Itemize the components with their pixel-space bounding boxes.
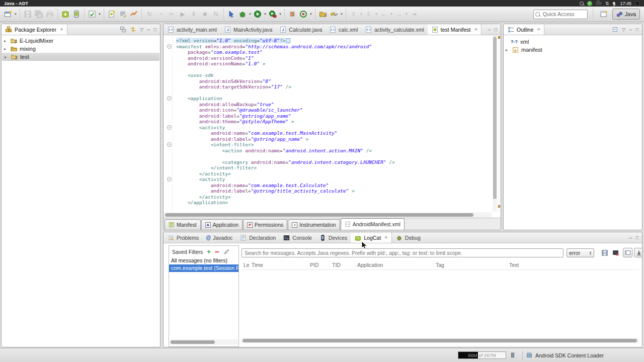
maximize-icon[interactable]: □ [636, 27, 638, 32]
close-icon[interactable]: ✕ [474, 27, 477, 32]
view-menu-icon[interactable]: ▽ [622, 27, 625, 32]
new-wizard-dropdown[interactable]: ▾ [14, 12, 18, 16]
avd-manager-button[interactable] [71, 9, 82, 20]
scrollbar-thumb[interactable] [243, 339, 637, 342]
next-annotation-button[interactable]: ⇩ [364, 9, 374, 20]
tray-network-icon[interactable]: ⇅ [605, 1, 609, 6]
open-perspective-button[interactable] [287, 9, 297, 20]
lint-button[interactable] [118, 9, 128, 20]
back-dropdown[interactable]: ▾ [389, 12, 393, 16]
save-log-button[interactable] [600, 248, 609, 257]
tab-test-manifest[interactable]: test Manifest ✕ [428, 24, 481, 35]
external-tools-button[interactable] [268, 9, 278, 20]
log-level-select[interactable]: error ▲▼ [567, 248, 594, 257]
column-application[interactable]: Application [355, 260, 434, 269]
link-with-editor-icon[interactable] [130, 26, 136, 33]
filters-horizontal-scrollbar[interactable] [170, 339, 238, 345]
sdk-manager-button[interactable] [60, 9, 70, 20]
run-button[interactable] [253, 9, 263, 20]
relaunch-button[interactable]: N [211, 9, 221, 20]
scrollbar-thumb[interactable] [165, 213, 473, 217]
minimize-icon[interactable]: ─ [629, 235, 632, 240]
next-annotation-dropdown[interactable]: ▾ [374, 12, 378, 16]
page-tab-manifest[interactable]: Manifest [165, 219, 201, 230]
tab-activity-calculate-xml[interactable]: activity_calculate.xml [361, 24, 428, 35]
tree-expand-icon[interactable]: ▸ [4, 47, 8, 51]
tray-search-icon[interactable] [580, 2, 584, 6]
tab-console[interactable]: Console [279, 232, 315, 243]
selection-arrow-button[interactable] [226, 9, 236, 20]
debug-button[interactable] [237, 9, 248, 20]
outline-item-manifest[interactable]: ▸ e manifest [504, 46, 642, 54]
logcat-horizontal-scrollbar[interactable] [242, 338, 639, 343]
tray-volume-icon[interactable] [612, 2, 615, 6]
column-time[interactable]: Time [250, 260, 308, 269]
maximize-icon[interactable]: □ [495, 27, 497, 32]
column-tag[interactable]: Tag [434, 260, 507, 269]
tab-mainactivity-java[interactable]: J MainActivity.java [220, 24, 276, 35]
fold-collapse-icon[interactable]: − [167, 142, 172, 147]
stop-button[interactable]: ■ [200, 9, 210, 20]
java-perspective-button[interactable]: Java [612, 9, 640, 20]
tab-debug[interactable]: Debug [392, 232, 424, 243]
profile-button[interactable]: ◔ [155, 9, 166, 20]
scroll-to-bottom-button[interactable] [634, 248, 642, 257]
close-icon[interactable]: ✕ [537, 27, 540, 32]
maximize-icon[interactable]: □ [636, 235, 638, 240]
pause-button[interactable]: Ⅱ [189, 9, 199, 20]
close-icon[interactable]: ✕ [384, 235, 388, 240]
maximize-icon[interactable]: □ [154, 27, 156, 32]
toggle-display-button[interactable] [623, 248, 632, 257]
tab-calc-xml[interactable]: calc.xml [326, 24, 361, 35]
tree-expand-icon[interactable]: ▸ [5, 55, 9, 59]
column-text[interactable]: Text [507, 260, 639, 269]
column-level[interactable]: Level [242, 260, 250, 269]
scrollbar-thumb[interactable] [171, 340, 215, 344]
cut-button[interactable]: ✂ [167, 9, 177, 20]
tab-package-explorer[interactable]: Package Explorer ✕ [2, 24, 67, 35]
delete-filter-icon[interactable]: − [215, 249, 219, 254]
search-button[interactable] [329, 9, 339, 20]
collapse-icon[interactable] [612, 26, 618, 33]
annotation-marker[interactable] [498, 205, 500, 208]
code-lines[interactable]: <?xml version="1.0" encoding="utf-8"?><m… [176, 38, 492, 212]
clear-log-button[interactable] [611, 248, 620, 257]
scrollbar-thumb[interactable] [493, 37, 497, 199]
external-tools-dropdown[interactable]: ▾ [278, 12, 282, 16]
editor-vertical-scrollbar[interactable] [493, 35, 497, 212]
coverage-dropdown[interactable]: ▾ [309, 12, 313, 16]
tree-item-mixing[interactable]: ▸ mixing [2, 45, 160, 53]
column-pid[interactable]: PID [308, 260, 330, 269]
minimize-icon[interactable]: ─ [488, 27, 491, 32]
fold-collapse-icon[interactable]: − [167, 44, 172, 49]
editor-horizontal-scrollbar[interactable] [164, 212, 492, 218]
back-button[interactable]: ← [379, 9, 389, 20]
debug-dropdown[interactable]: ▾ [248, 12, 252, 16]
step-over-button[interactable]: ▶ [178, 9, 188, 20]
fold-collapse-icon[interactable]: − [167, 177, 172, 182]
new-android-project-button[interactable] [107, 9, 117, 20]
quick-access-input[interactable] [533, 10, 588, 19]
run-last-button[interactable]: ↻ [144, 9, 154, 20]
tray-cloud-icon[interactable] [596, 2, 602, 5]
outline-item-xml[interactable]: ?-? xml [504, 38, 642, 46]
open-perspective-fast-button[interactable] [599, 9, 609, 20]
logcat-search-input[interactable] [242, 248, 564, 257]
forward-button[interactable]: → [394, 9, 404, 20]
collapse-all-icon[interactable] [120, 26, 126, 33]
page-tab-application[interactable]: A Application [201, 219, 243, 230]
fold-collapse-icon[interactable]: − [167, 125, 172, 130]
tab-problems[interactable]: Problems [164, 232, 202, 243]
junit-button[interactable] [87, 9, 97, 20]
tab-logcat[interactable]: LogCat ✕ [351, 232, 392, 243]
search-dropdown[interactable]: ▾ [340, 12, 344, 16]
page-tab-instrumentation[interactable]: I Instrumentation [288, 219, 340, 230]
column-tid[interactable]: TID [330, 260, 355, 269]
view-menu-icon[interactable]: ▽ [140, 27, 143, 32]
tab-declaration[interactable]: Declaration [236, 232, 279, 243]
tab-devices[interactable]: Devices [315, 232, 351, 243]
edit-filter-icon[interactable] [223, 248, 230, 255]
tree-item-test[interactable]: ▸ J test [2, 53, 159, 61]
new-wizard-button[interactable] [3, 9, 13, 20]
previous-annotation-button[interactable]: ⇧ [349, 9, 359, 20]
